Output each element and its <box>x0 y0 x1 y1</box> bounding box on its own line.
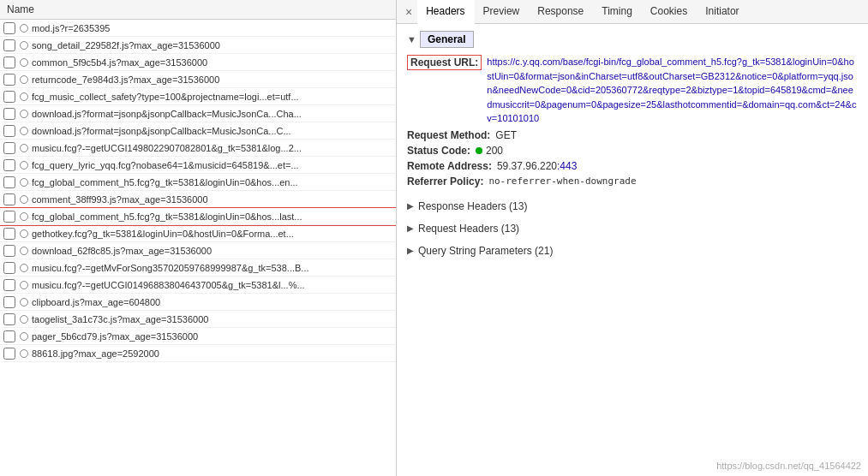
tab-initiator[interactable]: Initiator <box>697 0 748 24</box>
list-item-checkbox[interactable] <box>3 91 15 103</box>
request-type-icon <box>19 126 29 136</box>
main-container: Name mod.js?r=2635395song_detail_229582f… <box>0 0 868 476</box>
request-type-icon <box>19 40 29 51</box>
request-type-icon <box>19 246 29 256</box>
referrer-policy-row: Referrer Policy: no-referrer-when-downgr… <box>407 176 858 187</box>
close-tab-icon[interactable]: × <box>400 0 417 24</box>
list-item-checkbox[interactable] <box>3 279 15 291</box>
list-item-text: gethotkey.fcg?g_tk=5381&loginUin=0&hostU… <box>32 229 294 239</box>
list-item[interactable]: common_5f9c5b4.js?max_age=31536000 <box>0 54 396 71</box>
list-item-checkbox[interactable] <box>3 142 15 154</box>
collapsible-section-header[interactable]: ▶Request Headers (13) <box>407 220 858 237</box>
collapsible-section-header[interactable]: ▶Response Headers (13) <box>407 198 858 215</box>
list-item[interactable]: mod.js?r=2635395 <box>0 20 396 37</box>
list-item[interactable]: download.js?format=jsonp&jsonpCallback=M… <box>0 105 396 122</box>
collapsible-section-header[interactable]: ▶Query String Parameters (21) <box>407 242 858 259</box>
list-item[interactable]: clipboard.js?max_age=604800 <box>0 294 396 311</box>
collapsible-section: ▶Query String Parameters (21) <box>407 242 858 259</box>
status-code-label: Status Code: <box>407 145 470 157</box>
list-item-text: comment_38ff993.js?max_age=31536000 <box>32 194 208 205</box>
list-item[interactable]: comment_38ff993.js?max_age=31536000 <box>0 191 396 208</box>
request-type-icon <box>19 280 29 290</box>
request-type-icon <box>19 263 29 273</box>
list-item[interactable]: fcg_global_comment_h5.fcg?g_tk=5381&logi… <box>0 174 396 191</box>
list-item-checkbox[interactable] <box>3 159 15 171</box>
list-item-checkbox[interactable] <box>3 193 15 205</box>
list-item-checkbox[interactable] <box>3 330 15 342</box>
collapsible-section: ▶Request Headers (13) <box>407 220 858 237</box>
tab-timing[interactable]: Timing <box>593 0 642 24</box>
list-item[interactable]: fcg_query_lyric_yqq.fcg?nobase64=1&music… <box>0 157 396 174</box>
list-item[interactable]: song_detail_229582f.js?max_age=31536000 <box>0 37 396 54</box>
list-item[interactable]: musicu.fcg?-=getUCGI014968838046437005&g… <box>0 277 396 294</box>
request-type-icon <box>19 194 29 205</box>
list-item[interactable]: fcg_global_comment_h5.fcg?g_tk=5381&logi… <box>0 208 396 225</box>
request-type-icon <box>19 143 29 153</box>
general-title: General <box>420 31 474 48</box>
remote-port: :443 <box>557 160 577 172</box>
list-item[interactable]: musicu.fcg?-=getMvForSong357020597689999… <box>0 259 396 277</box>
list-item[interactable]: returncode_7e984d3.js?max_age=31536000 <box>0 71 396 88</box>
request-type-icon <box>19 314 29 324</box>
list-item-checkbox[interactable] <box>3 108 15 120</box>
tab-headers[interactable]: Headers <box>417 0 474 25</box>
list-item-text: musicu.fcg?-=getMvForSong357020597689999… <box>32 263 309 273</box>
list-item[interactable]: gethotkey.fcg?g_tk=5381&loginUin=0&hostU… <box>0 225 396 242</box>
list-item[interactable]: fcg_music_collect_safety?type=100&projec… <box>0 88 396 105</box>
list-item[interactable]: download_62f8c85.js?max_age=31536000 <box>0 242 396 259</box>
tab-preview[interactable]: Preview <box>475 0 530 24</box>
list-item-text: fcg_global_comment_h5.fcg?g_tk=5381&logi… <box>32 211 302 222</box>
general-section-header[interactable]: ▼ General <box>407 31 858 48</box>
collapsible-section-label: Response Headers (13) <box>418 200 527 212</box>
list-item-checkbox[interactable] <box>3 39 15 51</box>
list-item-text: fcg_query_lyric_yqq.fcg?nobase64=1&music… <box>32 160 299 170</box>
tab-response[interactable]: Response <box>529 0 593 24</box>
referrer-policy-label: Referrer Policy: <box>407 176 483 187</box>
request-type-icon <box>19 57 29 68</box>
collapse-arrow-icon: ▶ <box>407 246 414 255</box>
list-item-text: mod.js?r=2635395 <box>32 23 110 33</box>
request-type-icon <box>19 160 29 170</box>
name-column-header: Name <box>7 3 34 15</box>
collapsible-sections: ▶Response Headers (13)▶Request Headers (… <box>407 198 858 259</box>
status-dot-icon <box>476 145 486 157</box>
tab-cookies[interactable]: Cookies <box>642 0 697 24</box>
list-item[interactable]: 88618.jpg?max_age=2592000 <box>0 345 396 362</box>
list-item-checkbox[interactable] <box>3 262 15 274</box>
request-method-value: GET <box>495 129 517 141</box>
list-item-checkbox[interactable] <box>3 74 15 86</box>
right-panel: × HeadersPreviewResponseTimingCookiesIni… <box>397 0 868 476</box>
remote-address-label: Remote Address: <box>407 160 492 172</box>
left-panel: Name mod.js?r=2635395song_detail_229582f… <box>0 0 397 476</box>
list-item-checkbox[interactable] <box>3 125 15 137</box>
list-item-checkbox[interactable] <box>3 176 15 188</box>
collapsible-section-label: Query String Parameters (21) <box>418 245 553 257</box>
right-content: ▼ General Request URL: https://c.y.qq.co… <box>397 24 868 476</box>
general-info-table: Request URL: https://c.y.qq.com/base/fcg… <box>407 55 858 187</box>
tabs-bar: × HeadersPreviewResponseTimingCookiesIni… <box>397 0 868 24</box>
list-item-checkbox[interactable] <box>3 22 15 34</box>
list-item-checkbox[interactable] <box>3 296 15 308</box>
list-item-checkbox[interactable] <box>3 313 15 325</box>
list-item[interactable]: download.js?format=jsonp&jsonpCallback=M… <box>0 122 396 140</box>
request-type-icon <box>19 211 29 222</box>
list-item[interactable]: pager_5b6cd79.js?max_age=31536000 <box>0 328 396 345</box>
network-requests-list[interactable]: mod.js?r=2635395song_detail_229582f.js?m… <box>0 20 396 476</box>
request-type-icon <box>19 331 29 342</box>
list-item[interactable]: taogelist_3a1c73c.js?max_age=31536000 <box>0 311 396 328</box>
list-item-checkbox[interactable] <box>3 57 15 68</box>
list-item-text: clipboard.js?max_age=604800 <box>32 297 160 307</box>
list-item-checkbox[interactable] <box>3 348 15 360</box>
request-url-value[interactable]: https://c.y.qq.com/base/fcgi-bin/fcg_glo… <box>487 55 858 126</box>
collapsible-section: ▶Response Headers (13) <box>407 198 858 215</box>
request-method-row: Request Method: GET <box>407 129 858 141</box>
list-item[interactable]: musicu.fcg?-=getUCGI1498022907082801&g_t… <box>0 140 396 157</box>
request-type-icon <box>19 23 29 33</box>
watermark: https://blog.csdn.net/qq_41564422 <box>716 461 861 471</box>
list-item-checkbox[interactable] <box>3 211 15 223</box>
list-item-checkbox[interactable] <box>3 245 15 257</box>
list-item-text: pager_5b6cd79.js?max_age=31536000 <box>32 331 198 342</box>
list-item-checkbox[interactable] <box>3 228 15 240</box>
list-item-text: taogelist_3a1c73c.js?max_age=31536000 <box>32 314 208 324</box>
list-item-text: download.js?format=jsonp&jsonpCallback=M… <box>32 109 302 119</box>
